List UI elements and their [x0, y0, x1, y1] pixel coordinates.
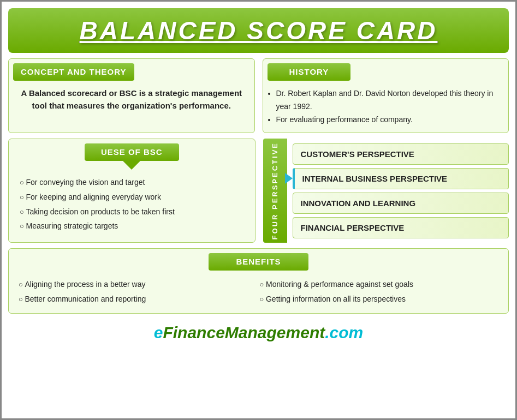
perspective-item-label: CUSTOMER'S PERSPECTIVE	[301, 149, 414, 159]
benefits-right-list: Monitoring & performance against set goa…	[259, 277, 500, 306]
benefit-item: Aligning the process in a better way	[17, 277, 259, 292]
perspective-item-label: INNOVATION AND LEARNING	[301, 199, 416, 208]
footer-e: e	[154, 323, 163, 341]
uese-list: For conveying the vision and targetFor k…	[17, 175, 246, 233]
history-box: HISTORY Dr. Robert Kaplan and Dr. David …	[263, 58, 509, 133]
benefits-header-wrap: BENEFITS	[9, 249, 508, 273]
uese-item: Measuring strategic targets	[17, 219, 246, 233]
footer-management: Management	[225, 323, 325, 341]
history-item: For evaluating performance of company.	[276, 113, 500, 127]
footer: eFinanceManagement.com	[8, 319, 509, 344]
uese-item: For conveying the vision and target	[17, 175, 246, 190]
perspective-item: CUSTOMER'S PERSPECTIVE	[293, 143, 509, 165]
uese-item: Taking decision on products to be taken …	[17, 205, 246, 219]
history-header-label: HISTORY	[289, 67, 329, 76]
history-list: Dr. Robert Kaplan and Dr. David Norton d…	[272, 87, 500, 126]
four-perspective-section: FOUR PERSPECTIVE CUSTOMER'S PERSPECTIVEI…	[263, 139, 509, 243]
concept-box: CONCEPT AND THEORY A Balanced scorecard …	[8, 58, 255, 133]
concept-header: CONCEPT AND THEORY	[13, 63, 134, 81]
uese-header-label: UESE OF BSC	[101, 147, 163, 157]
footer-finance: Finance	[163, 323, 224, 341]
benefit-item: Getting information on all its perspecti…	[259, 292, 500, 307]
perspective-item: INNOVATION AND LEARNING	[293, 193, 509, 214]
top-section: CONCEPT AND THEORY A Balanced scorecard …	[8, 58, 509, 133]
title-bar: BALANCED SCORE CARD	[8, 8, 509, 53]
benefits-body: Aligning the process in a better wayBett…	[9, 273, 508, 313]
benefits-header: BENEFITS	[209, 253, 308, 271]
history-item: Dr. Robert Kaplan and Dr. David Norton d…	[276, 87, 500, 113]
concept-body: A Balanced scorecard or BSC is a strateg…	[9, 81, 254, 118]
perspective-item-label: INTERNAL BUSINESS PERSPECTIVE	[302, 174, 448, 183]
concept-text: A Balanced scorecard or BSC is a strateg…	[17, 87, 246, 112]
middle-section: UESE OF BSC For conveying the vision and…	[8, 139, 509, 243]
arrow-down-icon	[123, 161, 140, 170]
benefits-left-list: Aligning the process in a better wayBett…	[17, 277, 259, 306]
history-body: Dr. Robert Kaplan and Dr. David Norton d…	[263, 81, 509, 133]
perspective-item: INTERNAL BUSINESS PERSPECTIVE	[293, 168, 509, 189]
history-header: HISTORY	[268, 63, 351, 81]
benefits-right-col: Monitoring & performance against set goa…	[259, 277, 500, 306]
uese-item: For keeping and aligning everyday work	[17, 190, 246, 205]
main-card: BALANCED SCORE CARD CONCEPT AND THEORY A…	[0, 0, 517, 420]
benefits-header-label: BENEFITS	[236, 257, 281, 266]
uese-header: UESE OF BSC	[85, 143, 179, 161]
uese-body: For conveying the vision and targetFor k…	[9, 170, 255, 242]
arrow-right-icon	[285, 173, 293, 184]
perspective-item-label: FINANCIAL PERSPECTIVE	[301, 223, 405, 232]
benefits-section: BENEFITS Aligning the process in a bette…	[8, 248, 509, 313]
perspective-item: FINANCIAL PERSPECTIVE	[293, 217, 509, 238]
benefit-item: Better communication and reporting	[17, 292, 259, 307]
benefits-left-col: Aligning the process in a better wayBett…	[17, 277, 259, 306]
perspective-items: CUSTOMER'S PERSPECTIVEINTERNAL BUSINESS …	[287, 139, 509, 243]
four-perspective-label-col: FOUR PERSPECTIVE	[263, 139, 287, 243]
page-title: BALANCED SCORE CARD	[14, 16, 503, 45]
benefit-item: Monitoring & performance against set goa…	[259, 277, 500, 292]
four-perspective-label: FOUR PERSPECTIVE	[271, 142, 279, 239]
uese-box: UESE OF BSC For conveying the vision and…	[8, 139, 255, 243]
concept-header-label: CONCEPT AND THEORY	[21, 67, 127, 76]
footer-com: .com	[325, 323, 363, 341]
footer-brand: eFinanceManagement.com	[154, 323, 363, 341]
